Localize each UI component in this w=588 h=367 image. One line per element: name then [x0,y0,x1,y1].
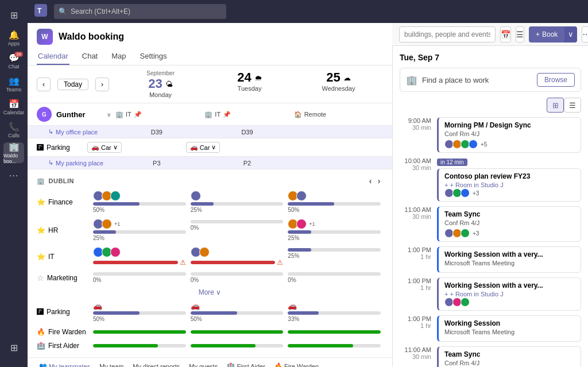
car-chevron-1: ∨ [113,144,118,151]
teammates-icon: 👥 [39,362,47,367]
date-col-23: September 23 🌤 Monday [116,70,205,98]
right-content[interactable]: Tue, Sep 7 🏢 Find a place to work Browse… [393,46,588,367]
hr-label: HR [48,226,58,234]
event-10am[interactable]: 10:00 AM 30 min in 12 min Contoso plan r… [400,157,581,202]
browse-button[interactable]: Browse [537,73,575,87]
book-dropdown-btn[interactable]: ∨ [564,26,577,43]
event-1pm-2[interactable]: 1:00 PM 1 hr Working Session with a very… [400,277,581,311]
event-card-10am[interactable]: Contoso plan review FY23 ++ Room in Stud… [437,168,581,202]
ms-teams-logo: T [34,4,47,20]
dept-finance-name: ⭐ Finance [37,198,88,206]
right-arrow-icon[interactable]: › [378,176,381,186]
finance-icon: ⭐ [37,198,45,206]
search-bar[interactable]: 🔍 Search (Ctrl+Alt+E) [54,4,226,19]
grid-view-btn[interactable]: ⊞ [547,98,564,113]
car-icon-1: 🚗 [91,144,99,151]
sidebar-item-activity[interactable]: 🔔 Apps [3,28,24,48]
filter-first-aider[interactable]: 🏥 First Aider [225,361,268,367]
dept-hr-name: ⭐ HR [37,226,88,234]
sidebar-item-chat[interactable]: 36 💬 Chat [3,51,24,71]
parking-val-3 [292,160,383,167]
filter-fire-warden[interactable]: 🔥 Fire Warden [272,361,321,367]
event-1pm-1[interactable]: 1:00 PM 1 hr Working Session with a very… [400,246,581,273]
waldo-panel: W Waldo booking Calendar Chat Map Settin… [28,23,392,367]
fw-col-3 [285,330,383,334]
event-loc-9am: Conf Rm 4/J [444,130,575,137]
it-bar-1 [93,261,178,264]
filter-my-team[interactable]: My team [97,362,126,368]
sidebar-item-apps[interactable]: ⊞ [3,5,24,25]
event-card-1pm-3[interactable]: Working Session Microsoft Teams Meeting [437,315,581,342]
event-card-11am-2[interactable]: Team Sync Conf Rm 4/J [437,346,581,367]
first-aider-cols [91,344,383,347]
prev-btn[interactable]: ‹ [37,78,51,91]
mkt-col-2: 0% [188,272,286,283]
calendar-view-btn[interactable]: 📅 [500,26,511,43]
dept-it-name: ⭐ IT [37,253,88,261]
event-card-1pm-1[interactable]: Working Session with a very... Microsoft… [437,246,581,273]
location-header: 🏢 DUBLIN ‹ › [28,174,392,188]
it-fill-2 [191,261,276,264]
buildings-search-input[interactable] [399,26,496,43]
left-arrow-icon[interactable]: ‹ [369,176,372,186]
hr-plus-1: +1 [114,221,120,227]
hr-bar-3 [288,230,381,234]
office-arrow-icon: ↳ [48,128,53,136]
event-9am[interactable]: 9:00 AM 30 min Morning PM / Design Sync … [400,117,581,153]
parking-dropdown-2[interactable]: 🚗 Car ∨ [186,142,220,153]
gunther-chevron[interactable]: ∨ [107,111,111,118]
sidebar-item-calendar[interactable]: 📅 Calendar [3,96,24,117]
find-place-row[interactable]: 🏢 Find a place to work Browse [400,68,581,92]
fa-bar-2 [191,344,284,347]
sidebar-item-waldo[interactable]: 🏢 Waldo boo... [3,142,24,163]
filter-my-guests[interactable]: My guests [187,362,220,368]
dept-parking-name: 🅿 Parking [37,308,88,316]
sidebar-item-more[interactable]: ··· [3,165,24,186]
event-card-9am[interactable]: Morning PM / Design Sync Conf Rm 4/J +5 [437,117,581,153]
car-icon-2: 🚗 [190,144,198,151]
filter-my-teammates[interactable]: 👥 My teammates [37,361,92,367]
list-view-btn[interactable]: ☰ [516,26,524,43]
tab-chat[interactable]: Chat [81,48,99,65]
event-11am-2[interactable]: 11:00 AM 30 min Team Sync Conf Rm 4/J [400,346,581,367]
finance-pct-3: 50% [288,207,381,213]
waldo-scroll[interactable]: G Gunther ∨ 🏢 IT 📌 🏢 IT [28,103,392,367]
office-val-2: D39 [202,129,293,136]
event-card-11am[interactable]: Team Sync Conf Rm 4/J +3 [437,206,581,242]
filter-direct-reports[interactable]: My direct reports [130,362,182,368]
tab-settings[interactable]: Settings [139,48,168,65]
it-dept-label: IT [48,253,55,261]
fw-fill-1 [93,330,186,334]
next-btn[interactable]: › [95,78,109,91]
sidebar-item-calls[interactable]: 📞 Calls [3,119,24,140]
parking-dropdown-1[interactable]: 🚗 Car ∨ [87,142,122,153]
book-button[interactable]: + Book [529,26,564,43]
waldo-label: Waldo boo... [3,153,24,164]
middle-strip: 📅 ☰ + Book ∨ ··· 👤 [392,23,588,46]
event-11am[interactable]: 11:00 AM 30 min Team Sync Conf Rm 4/J +3 [400,206,581,242]
list-view-toggle-btn[interactable]: ☰ [564,98,581,113]
event-card-1pm-2[interactable]: Working Session with a very... ++ Room i… [437,277,581,311]
event-avatars-11am: +3 [444,229,575,238]
event-time-1pm-2: 1:00 PM 1 hr [400,277,431,311]
event-1pm-3[interactable]: 1:00 PM 1 hr Working Session Microsoft T… [400,315,581,342]
ev11-plus: +3 [473,230,479,237]
first-aider-icon: 🏥 [37,342,45,350]
date-num-23: 23 [148,76,162,91]
today-btn[interactable]: Today [57,79,88,90]
more-link[interactable]: More ∨ [28,286,392,299]
tab-calendar[interactable]: Calendar [37,48,69,65]
evt10-av3 [461,188,470,198]
tab-map[interactable]: Map [110,48,127,65]
marketing-cols: 0% 0% [91,272,383,283]
hr-icon: ⭐ [37,226,45,234]
event-loc-11am-2: Conf Rm 4/J [444,360,575,366]
sidebar-item-apps2[interactable]: ⊞ [3,337,24,358]
sidebar-item-teams[interactable]: 👥 Teams [3,74,24,94]
teams-label: Teams [6,87,22,92]
finance-col-3: 50% [285,191,383,213]
mkt-bar-1 [93,272,186,276]
office-val-3 [292,129,383,136]
more-options-btn[interactable]: ··· [582,26,588,43]
parking-arrow-icon: ↳ [48,159,53,167]
